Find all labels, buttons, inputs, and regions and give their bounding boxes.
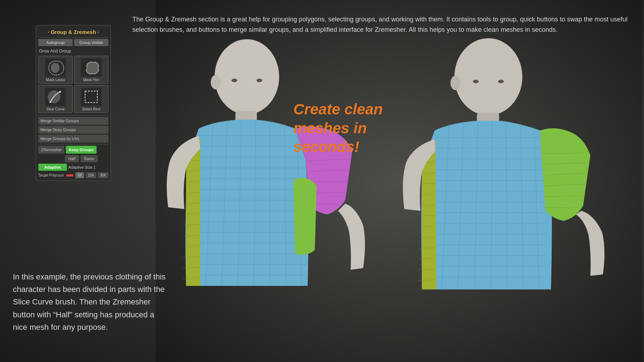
right-head xyxy=(454,38,522,115)
svg-point-2 xyxy=(211,75,221,89)
panel-title: Group & Zremesh xyxy=(38,28,108,38)
polycoun-slider[interactable] xyxy=(66,174,73,177)
panel: Group & Zremesh Autogroup Group Visible … xyxy=(36,25,111,181)
adaptive-row: Adaptive Adaptive Size 1 xyxy=(38,164,108,171)
mask-lasso-icon xyxy=(45,58,66,77)
left-head xyxy=(215,39,279,114)
polycoun-row: Target Polycoun 5K 15K 30K xyxy=(38,172,108,178)
divider-1 xyxy=(38,115,108,115)
poly-5k-button[interactable]: 5K xyxy=(75,172,84,178)
same-button[interactable]: Same xyxy=(80,155,98,162)
mask-pen-icon xyxy=(80,58,102,77)
mask-pen-label: Mask Pen xyxy=(76,78,107,82)
models-svg xyxy=(154,0,644,362)
svg-point-48 xyxy=(231,79,237,82)
group-visible-button[interactable]: Group Visible xyxy=(74,39,108,46)
mask-lasso-item[interactable]: Mask Lasso xyxy=(38,56,73,84)
callout-line1: Create clean xyxy=(293,101,383,118)
slice-curve-item[interactable]: Slice Curve xyxy=(38,85,73,113)
polycoun-label: Target Polycoun xyxy=(38,173,65,177)
svg-point-50 xyxy=(450,76,460,90)
grow-and-group-label: Grow And Group xyxy=(38,48,108,55)
zremesher-button[interactable]: ZRemesher xyxy=(38,146,64,154)
callout-line2: meshes in xyxy=(293,120,367,137)
merge-groups-by-uvs-button[interactable]: Merge Groups by UVs xyxy=(38,135,108,143)
svg-point-100 xyxy=(59,91,61,93)
half-same-row: Half Same xyxy=(65,155,108,162)
adaptive-size-label: Adaptive Size 1 xyxy=(68,165,108,169)
mask-lasso-label: Mask Lasso xyxy=(40,78,71,82)
svg-point-95 xyxy=(51,63,59,73)
slice-curve-icon xyxy=(45,87,66,106)
adaptive-button[interactable]: Adaptive xyxy=(38,164,67,171)
top-buttons-row: Autogroup Group Visible xyxy=(38,39,108,46)
brush-grid: Mask Lasso Mask Pen xyxy=(38,56,108,113)
svg-point-93 xyxy=(498,80,504,83)
svg-point-99 xyxy=(49,101,52,103)
callout-line3: seconds! xyxy=(293,138,359,155)
select-rect-item[interactable]: Select Rect xyxy=(74,85,108,113)
intro-text: The Group & Zremesh section is a great h… xyxy=(132,14,633,35)
svg-rect-101 xyxy=(81,88,102,106)
mask-pen-item[interactable]: Mask Pen xyxy=(74,56,108,84)
slice-curve-label: Slice Curve xyxy=(40,107,71,111)
keep-groups-button[interactable]: Keep Groups xyxy=(66,146,96,154)
select-rect-icon xyxy=(80,87,102,106)
svg-point-49 xyxy=(257,79,262,82)
divider-2 xyxy=(38,144,108,144)
merge-similar-groups-button[interactable]: Merge Similar Groups xyxy=(38,117,108,125)
callout-text: Create clean meshes in seconds! xyxy=(293,100,383,157)
models-area xyxy=(154,0,644,362)
merge-stray-groups-button[interactable]: Merge Stray Groups xyxy=(38,126,108,134)
bottom-text: In this example, the previous clothing o… xyxy=(13,271,167,333)
poly-30k-button[interactable]: 30K xyxy=(98,172,108,178)
zremesher-row: ZRemesher Keep Groups xyxy=(38,146,108,154)
select-rect-label: Select Rect xyxy=(76,107,107,111)
autogroup-button[interactable]: Autogroup xyxy=(38,39,73,46)
svg-point-92 xyxy=(473,80,479,83)
half-button[interactable]: Half xyxy=(65,155,79,162)
poly-15k-button[interactable]: 15K xyxy=(86,172,96,178)
